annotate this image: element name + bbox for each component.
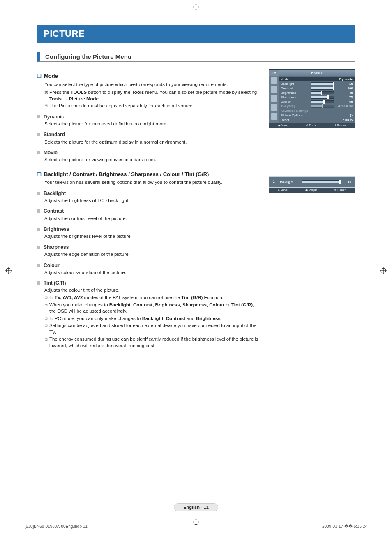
sound-category-icon bbox=[271, 86, 277, 93]
colour-heading: Colour bbox=[37, 262, 261, 269]
main-column: Mode You can select the type of picture … bbox=[37, 69, 261, 350]
osd-row-value: 45 bbox=[336, 91, 353, 95]
print-timestamp: 2009-03-17 �� 5:36:24 bbox=[322, 524, 367, 529]
channel-category-icon bbox=[271, 95, 277, 102]
osd-note: ⦻ When you make changes to Backlight, Co… bbox=[49, 302, 261, 315]
external-device-note: ⦻ Settings can be adjusted and stored fo… bbox=[49, 323, 261, 335]
osd-row-slider bbox=[311, 87, 334, 90]
osd-row-label: Contrast bbox=[281, 86, 309, 90]
osd-category-icons bbox=[269, 76, 279, 123]
brightness-heading: Brightness bbox=[37, 226, 261, 232]
osd-enter-hint: ⏎ Enter bbox=[306, 124, 316, 127]
osd-row-label: Mode bbox=[281, 77, 309, 81]
picture-category-icon bbox=[271, 77, 277, 84]
pal-note: ⦻ In TV, AV1, AV2 modes of the PAL syste… bbox=[49, 295, 261, 301]
osd-title: Picture bbox=[279, 70, 355, 76]
osd-row-value: 10 bbox=[336, 82, 353, 86]
osd-row-value: 100 bbox=[336, 86, 353, 90]
osd-row-label: Tint (G/R) bbox=[281, 104, 309, 108]
osd2-adjust-hint: ◀▶ Adjust bbox=[304, 188, 317, 192]
sliders-heading: Backlight / Contrast / Brightness / Shar… bbox=[37, 171, 261, 178]
note-icon: ⦻ bbox=[44, 103, 48, 109]
pc-mode-note: ⦻ In PC mode, you can only make changes … bbox=[49, 316, 261, 322]
osd-row: Contrast100 bbox=[279, 86, 355, 91]
osd-return-hint: ↺ Return bbox=[334, 124, 346, 127]
contrast-desc: Adjusts the contrast level of the pictur… bbox=[44, 216, 261, 222]
sharpness-heading: Sharpness bbox=[37, 244, 261, 251]
osd2-label: Backlight bbox=[279, 180, 298, 184]
osd-row-slider bbox=[311, 91, 334, 94]
osd-row-value: : OK ▷ bbox=[336, 118, 353, 122]
movie-heading: Movie bbox=[37, 149, 261, 156]
osd-row-label: Reset bbox=[281, 118, 309, 122]
crop-mark bbox=[19, 0, 19, 12]
setup-category-icon bbox=[271, 104, 277, 111]
note-icon: ⦻ bbox=[44, 295, 48, 301]
osd-tv-label: TV bbox=[269, 70, 279, 76]
osd-row-slider bbox=[311, 82, 334, 85]
osd-row-slider bbox=[311, 100, 334, 103]
osd-picture-menu: TV Picture Mode: DynamicBacklight10Contr… bbox=[269, 69, 355, 128]
page-footer: English - 11 bbox=[174, 503, 218, 511]
input-source-note: ⦻ The Picture mode must be adjusted sepa… bbox=[49, 103, 261, 109]
note-icon: ⦻ bbox=[44, 302, 48, 308]
sharpness-desc: Adjusts the edge definition of the pictu… bbox=[44, 251, 261, 258]
osd2-value: 10 bbox=[344, 180, 351, 184]
osd-row: Reset: OK ▷ bbox=[279, 118, 355, 122]
osd-row: Backlight10 bbox=[279, 81, 355, 86]
tools-note: ⌘ Press the TOOLS button to display the … bbox=[49, 89, 261, 102]
backlight-desc: Adjusts the brightness of LCD back light… bbox=[44, 197, 261, 204]
section-title: Configuring the Picture Menu bbox=[37, 52, 355, 62]
osd2-slider bbox=[302, 180, 341, 183]
print-file: [530]BN68-01983A-00Eng.indb 11 bbox=[25, 524, 88, 529]
osd-row-label: Backlight bbox=[281, 82, 309, 86]
osd-backlight-adjust: ▲▼ Backlight 10 ◆ Move ◀▶ Adjust ↺ Retur… bbox=[269, 176, 355, 193]
colour-desc: Adjusts colour saturation of the picture… bbox=[44, 269, 261, 276]
osd-row: Picture Options▷ bbox=[279, 113, 355, 118]
osd-row: Mode: Dynamic bbox=[279, 77, 355, 81]
mode-intro: You can select the type of picture which… bbox=[44, 81, 261, 88]
osd-row: Colour55 bbox=[279, 100, 355, 104]
mode-heading: Mode bbox=[37, 72, 261, 80]
osd-row-value: ▷ bbox=[336, 114, 353, 117]
osd-row-value: : Dynamic bbox=[336, 77, 353, 81]
brightness-desc: Adjusts the brightness level of the pict… bbox=[44, 233, 261, 240]
osd-row: Advanced Settings bbox=[279, 109, 355, 113]
sliders-intro: Your television has several setting opti… bbox=[44, 179, 261, 186]
registration-mark-icon bbox=[192, 3, 200, 11]
osd-row-slider bbox=[311, 96, 334, 99]
note-icon: ⦻ bbox=[44, 336, 48, 342]
osd-row-label: Picture Options bbox=[281, 114, 309, 117]
osd-footer: ◆ Move ⏎ Enter ↺ Return bbox=[269, 123, 355, 128]
note-icon: ⦻ bbox=[44, 316, 48, 322]
movie-desc: Selects the picture for viewing movies i… bbox=[44, 157, 261, 163]
page-content: PICTURE Configuring the Picture Menu Mod… bbox=[37, 25, 355, 516]
input-category-icon bbox=[271, 113, 277, 120]
osd-row-value: G 50 R 50 bbox=[336, 104, 353, 108]
osd-row-label: Advanced Settings bbox=[281, 109, 309, 113]
standard-desc: Selects the picture for the optimum disp… bbox=[44, 139, 261, 146]
osd-row: Brightness45 bbox=[279, 91, 355, 95]
osd-row-label: Sharpness bbox=[281, 95, 309, 99]
up-down-arrows-icon: ▲▼ bbox=[272, 179, 275, 184]
backlight-heading: Backlight bbox=[37, 190, 261, 197]
osd-row-label: Colour bbox=[281, 100, 309, 104]
tint-desc: Adjusts the colour tint of the picture. bbox=[44, 287, 261, 294]
osd-row-label: Brightness bbox=[281, 91, 309, 95]
registration-mark-icon bbox=[380, 267, 387, 274]
osd-rows: Mode: DynamicBacklight10Contrast100Brigh… bbox=[279, 76, 355, 123]
osd-row-slider bbox=[311, 105, 334, 108]
registration-mark-icon bbox=[5, 267, 12, 274]
tools-icon: ⌘ bbox=[44, 89, 48, 95]
side-column: TV Picture Mode: DynamicBacklight10Contr… bbox=[269, 69, 355, 350]
osd2-footer: ◆ Move ◀▶ Adjust ↺ Return bbox=[269, 188, 355, 193]
osd-row-value: 75 bbox=[336, 95, 353, 99]
print-job-info: [530]BN68-01983A-00Eng.indb 11 2009-03-1… bbox=[25, 524, 367, 529]
standard-heading: Standard bbox=[37, 131, 261, 138]
tint-heading: Tint (G/R) bbox=[37, 280, 261, 286]
dynamic-desc: Selects the picture for increased defini… bbox=[44, 121, 261, 128]
note-icon: ⦻ bbox=[44, 323, 48, 329]
osd-move-hint: ◆ Move bbox=[278, 124, 288, 127]
osd2-move-hint: ◆ Move bbox=[278, 188, 288, 192]
osd-row-value: 55 bbox=[336, 100, 353, 104]
